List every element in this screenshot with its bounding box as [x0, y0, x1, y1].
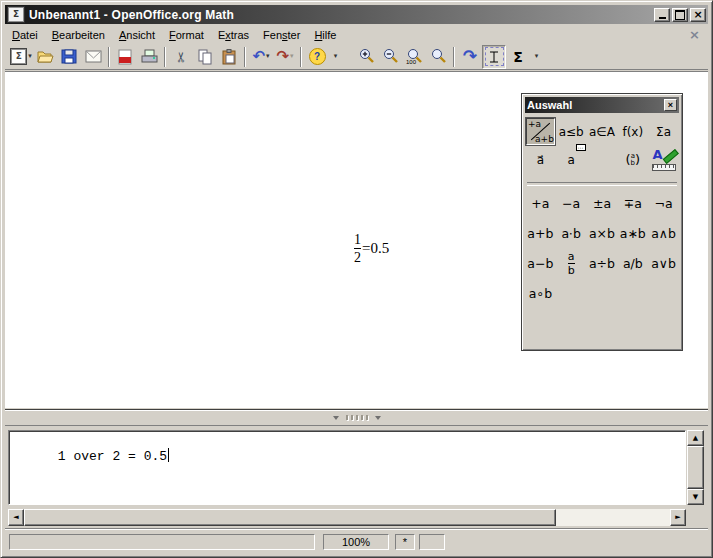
status-zoom-field[interactable]: 100%: [323, 534, 389, 550]
toolbar-overflow-button-2[interactable]: ▾: [530, 45, 543, 69]
speech-bubble-icon: ⋯: [576, 144, 586, 151]
maximize-button[interactable]: [672, 8, 688, 22]
scroll-down-button[interactable]: ▼: [687, 489, 704, 505]
close-button[interactable]: ×: [690, 8, 706, 22]
horizontal-scrollbar[interactable]: ◄ ►: [8, 509, 686, 526]
status-extra-field: [419, 534, 445, 550]
category-functions[interactable]: f(x): [618, 118, 647, 145]
symbols-catalog-button[interactable]: Σ: [506, 45, 530, 69]
paste-icon: [222, 49, 237, 65]
down-arrow-icon: ▼: [693, 494, 698, 501]
splitter[interactable]: [5, 409, 708, 425]
sigma-icon: Σ: [513, 49, 523, 65]
category-formats[interactable]: A: [649, 146, 678, 173]
fraction: 1 2: [354, 232, 361, 265]
status-bar: 100% *: [5, 529, 708, 553]
menu-extras[interactable]: Extras: [211, 27, 256, 43]
symbol-a-slash-b[interactable]: a/b: [618, 248, 647, 278]
symbol-a-over-b[interactable]: a b: [557, 248, 586, 278]
zoom-in-icon: [358, 48, 375, 65]
menu-fenster[interactable]: Fenster: [256, 27, 307, 43]
selection-window-close-button[interactable]: ×: [664, 99, 677, 111]
new-document-button[interactable]: Σ ▾: [9, 45, 33, 69]
email-icon: [85, 50, 102, 63]
scroll-up-button[interactable]: ▲: [687, 430, 704, 446]
email-button[interactable]: [81, 45, 105, 69]
undo-icon: ↶: [252, 49, 265, 64]
category-attributes[interactable]: a⃗: [526, 146, 555, 173]
symbol-a-minus-b[interactable]: a−b: [526, 248, 555, 278]
toolbar-overflow-icon: ▾: [535, 53, 539, 60]
symbol-a-div-b[interactable]: a÷b: [587, 248, 616, 278]
menu-format[interactable]: Format: [162, 27, 211, 43]
category-brackets[interactable]: ( ab ): [618, 146, 647, 173]
toolbar-overflow-button[interactable]: ▾: [329, 45, 342, 69]
app-icon: Σ: [7, 6, 25, 23]
window-controls: ×: [654, 8, 706, 22]
command-text: 1 over 2 = 0.5: [58, 449, 167, 464]
category-relations[interactable]: a≤b: [557, 118, 586, 145]
copy-button[interactable]: [193, 45, 217, 69]
cut-button[interactable]: ✂: [169, 45, 193, 69]
redo-button[interactable]: ↷ ▾: [273, 45, 297, 69]
category-others[interactable]: a⋯: [557, 146, 586, 173]
others-icon: a⋯: [568, 153, 575, 167]
help-button[interactable]: ?: [305, 45, 329, 69]
export-pdf-button[interactable]: [113, 45, 137, 69]
toolbar-overflow-icon: ▾: [334, 53, 338, 60]
print-button[interactable]: [137, 45, 161, 69]
symbol-not-a[interactable]: ¬a: [649, 188, 678, 218]
scroll-right-button[interactable]: ►: [670, 509, 686, 526]
scroll-left-button[interactable]: ◄: [8, 509, 24, 526]
svg-text:100: 100: [406, 59, 417, 65]
symbol-a-or-b[interactable]: a∨b: [649, 248, 678, 278]
symbol-buttons: +a −a ±a ∓a ¬a a+b a⋅b a×b a∗b a∧b a−b a…: [525, 188, 679, 308]
left-arrow-icon: ◄: [13, 514, 18, 521]
menu-bearbeiten[interactable]: Bearbeiten: [45, 27, 112, 43]
save-button[interactable]: [57, 45, 81, 69]
category-unary-binary-operators[interactable]: +a a+b: [526, 118, 555, 145]
zoom-in-button[interactable]: [354, 45, 378, 69]
formats-icon: A: [652, 149, 676, 171]
zoom-100-button[interactable]: 100: [402, 45, 426, 69]
symbol-minus-a[interactable]: −a: [557, 188, 586, 218]
selection-window: Auswahl × +a a+b a≤b a∈A f(x) Σa a⃗ a⋯: [521, 93, 683, 351]
save-floppy-icon: [61, 49, 77, 64]
up-arrow-icon: ▲: [693, 435, 698, 442]
symbol-minus-plus-a[interactable]: ∓a: [618, 188, 647, 218]
selection-window-title-bar[interactable]: Auswahl ×: [525, 97, 679, 113]
zoom-page-button[interactable]: [426, 45, 450, 69]
right-arrow-icon: ►: [675, 514, 680, 521]
paste-button[interactable]: [217, 45, 241, 69]
command-input[interactable]: 1 over 2 = 0.5: [8, 430, 686, 505]
symbol-a-cdot-b[interactable]: a⋅b: [557, 218, 586, 248]
toolbar-separator: [244, 47, 246, 67]
symbol-a-plus-b[interactable]: a+b: [526, 218, 555, 248]
menu-hilfe[interactable]: Hilfe: [307, 27, 343, 43]
symbol-plus-a[interactable]: +a: [526, 188, 555, 218]
symbol-a-times-b[interactable]: a×b: [587, 218, 616, 248]
symbol-plus-minus-a[interactable]: ±a: [587, 188, 616, 218]
horizontal-scroll-track[interactable]: [556, 509, 670, 526]
update-button[interactable]: ↷: [458, 45, 482, 69]
horizontal-scroll-thumb[interactable]: [24, 509, 556, 526]
vertical-scroll-thumb[interactable]: [687, 446, 704, 489]
zoom-out-button[interactable]: [378, 45, 402, 69]
vertical-scrollbar[interactable]: ▲ ▼: [687, 430, 704, 505]
symbol-a-ast-b[interactable]: a∗b: [618, 218, 647, 248]
category-set-operations[interactable]: a∈A: [587, 118, 616, 145]
category-operators[interactable]: Σa: [649, 118, 678, 145]
math-document-icon: Σ: [9, 8, 23, 21]
symbol-a-circ-b[interactable]: a∘b: [526, 278, 555, 308]
undo-button[interactable]: ↶ ▾: [249, 45, 273, 69]
new-dropdown-icon: ▾: [28, 53, 32, 60]
open-button[interactable]: [33, 45, 57, 69]
minimize-button[interactable]: [654, 8, 670, 22]
formula-cursor-button[interactable]: [482, 45, 506, 69]
close-document-icon[interactable]: ×: [686, 27, 703, 42]
symbol-a-and-b[interactable]: a∧b: [649, 218, 678, 248]
formula-view[interactable]: 1 2 =0.5 Auswahl × +a a+b a≤b: [5, 71, 708, 408]
menu-datei[interactable]: Datei: [5, 27, 45, 43]
menu-ansicht[interactable]: Ansicht: [112, 27, 162, 43]
toolbar-separator: [453, 47, 455, 67]
